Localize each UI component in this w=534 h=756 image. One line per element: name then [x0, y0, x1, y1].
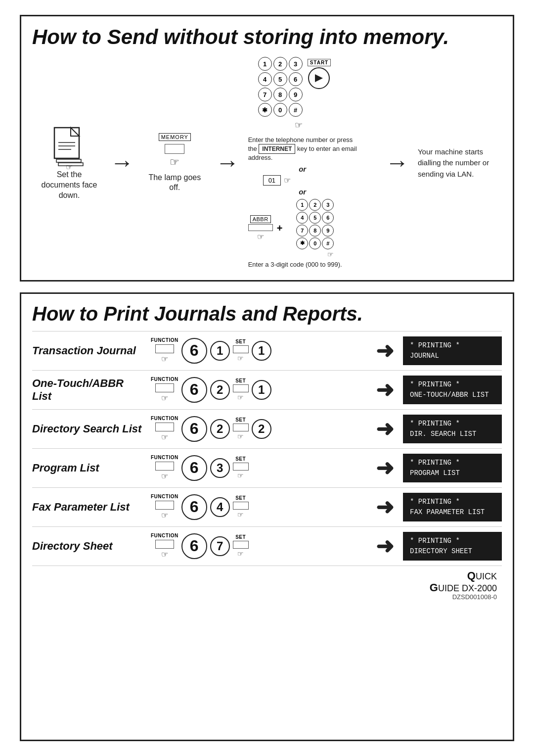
- num-circle-6-0: 6: [181, 338, 207, 364]
- result-box-0: * PRINTING * JOURNAL: [403, 336, 502, 365]
- report-name-1: One-Touch/ABBR List: [32, 377, 146, 403]
- func-col-function-2: FUNCTION ☞: [151, 416, 178, 442]
- key-3: 3: [289, 57, 303, 71]
- function-group-5: FUNCTION ☞ 6 7 SET ☞: [151, 533, 367, 559]
- result-arrow-2: ➜: [376, 416, 394, 441]
- step-set-docs: ☞ Set the documents face down.: [37, 125, 101, 200]
- report-rows: Transaction Journal FUNCTION ☞ 6 1 SET ☞…: [32, 331, 502, 566]
- set-finger-3: ☞: [237, 472, 244, 479]
- internet-key: INTERNET: [259, 144, 295, 154]
- result-box-3: * PRINTING * PROGRAM LIST: [403, 454, 502, 482]
- num-circle-1-0: 1: [210, 341, 230, 361]
- abbr-key-7: 7: [296, 225, 308, 236]
- num-circle-set2-2: 2: [252, 419, 271, 439]
- report-name-3: Program List: [32, 462, 146, 474]
- func-label-3: FUNCTION: [151, 455, 178, 461]
- result-box-2: * PRINTING * DIR. SEARCH LIST: [403, 415, 502, 443]
- set-finger-4: ☞: [237, 511, 244, 519]
- svg-text:☞: ☞: [66, 163, 73, 170]
- abbr-key-3: 3: [322, 199, 334, 211]
- func-finger-0: ☞: [161, 354, 168, 364]
- footer-area: QUICK GUIDE DX-2000 DZSD001008-0: [32, 566, 502, 601]
- func-label-4: FUNCTION: [151, 494, 178, 500]
- set-col-2: SET ☞: [233, 417, 249, 440]
- top-title: How to Send without storing into memory.: [32, 25, 502, 49]
- abbr-key-5: 5: [309, 212, 321, 224]
- result-arrow-1: ➜: [376, 377, 394, 402]
- abbr-instruction: Enter a 3-digit code (000 to 999).: [248, 260, 357, 269]
- function-group-4: FUNCTION ☞ 6 4 SET ☞: [151, 494, 367, 520]
- top-section: How to Send without storing into memory.: [20, 15, 514, 282]
- row-one-touch: One-Touch/ABBR List FUNCTION ☞ 6 2 SET ☞…: [32, 370, 502, 409]
- set-col-0: SET ☞: [233, 339, 249, 362]
- guide-label: GUIDE DX-2000: [430, 581, 497, 594]
- key-star: ✱: [258, 103, 272, 117]
- func-finger-1: ☞: [161, 393, 168, 403]
- func-col-function-3: FUNCTION ☞: [151, 455, 178, 481]
- step-memory-label: The lamp goes off.: [142, 173, 207, 193]
- function-group-3: FUNCTION ☞ 6 3 SET ☞: [151, 455, 367, 481]
- key-5: 5: [273, 72, 287, 86]
- doc-number: DZSD001008-0: [430, 594, 497, 601]
- set-col-1: SET ☞: [233, 378, 249, 401]
- memory-box: MEMORY ☞: [159, 133, 191, 169]
- start-btn: [308, 67, 330, 89]
- set-label-1: SET: [235, 378, 246, 383]
- step-result: Your machine starts dialling the number …: [418, 146, 497, 180]
- set-col-4: SET ☞: [233, 495, 249, 519]
- report-name-0: Transaction Journal: [32, 344, 146, 357]
- start-label-text: START: [308, 59, 331, 66]
- function-group-2: FUNCTION ☞ 6 2 SET ☞ 2: [151, 416, 367, 442]
- step-set-docs-label: Set the documents face down.: [37, 170, 101, 200]
- num-circle-3-3: 3: [210, 458, 230, 478]
- set-finger-0: ☞: [237, 354, 244, 362]
- set-label-2: SET: [235, 417, 246, 423]
- abbr-key-6: 6: [322, 212, 334, 224]
- result-arrow-3: ➜: [376, 455, 394, 480]
- num-circle-6-3: 6: [181, 455, 207, 481]
- func-label-5: FUNCTION: [151, 533, 178, 539]
- svg-rect-7: [56, 159, 81, 162]
- svg-marker-1: [71, 128, 79, 136]
- bottom-title: How to Print Journals and Reports.: [32, 303, 502, 325]
- func-col-function-5: FUNCTION ☞: [151, 533, 178, 559]
- func-col-function-0: FUNCTION ☞: [151, 337, 178, 364]
- key-hash: #: [289, 103, 303, 117]
- key-8: 8: [273, 88, 287, 101]
- result-line2-0: JOURNAL: [410, 351, 495, 361]
- num-circle-2-1: 2: [210, 380, 230, 400]
- row-dir-sheet: Directory Sheet FUNCTION ☞ 6 7 SET ☞: [32, 526, 502, 566]
- result-line2-4: FAX PARAMETER LIST: [410, 507, 495, 518]
- row-fax-param: Fax Parameter List FUNCTION ☞ 6 4 SET ☞: [32, 487, 502, 526]
- arrow-3: →: [385, 151, 409, 175]
- num-circle-6-1: 6: [181, 377, 207, 403]
- set-finger-2: ☞: [237, 432, 244, 440]
- result-line2-2: DIR. SEARCH LIST: [410, 429, 495, 439]
- svg-marker-10: [315, 74, 323, 82]
- abbr-label: ABBR: [250, 215, 271, 223]
- key-7: 7: [258, 88, 272, 101]
- result-line1-0: * PRINTING *: [410, 340, 495, 351]
- num-circle-set1-0: 1: [252, 341, 271, 361]
- memory-finger: ☞: [170, 156, 179, 169]
- set-col-5: SET ☞: [233, 534, 249, 558]
- result-arrow-4: ➜: [376, 494, 394, 520]
- top-diagram: ☞ Set the documents face down. → MEMORY …: [32, 57, 502, 269]
- guide-text: GUIDE DX-2000: [430, 582, 497, 594]
- abbr-key-star: ✱: [296, 237, 308, 249]
- func-label-1: FUNCTION: [151, 377, 178, 382]
- result-arrow-5: ➜: [376, 533, 394, 559]
- func-col-function-1: FUNCTION ☞: [151, 377, 178, 403]
- row-program-list: Program List FUNCTION ☞ 6 3 SET ☞ ➜: [32, 448, 502, 487]
- short-num: 01: [263, 175, 281, 186]
- key-1: 1: [258, 57, 272, 71]
- func-finger-3: ☞: [161, 472, 168, 481]
- num-circle-4-4: 4: [210, 497, 230, 517]
- result-box-1: * PRINTING * ONE-TOUCH/ABBR LIST: [403, 376, 502, 404]
- abbr-key-8: 8: [309, 225, 321, 236]
- key-0: 0: [273, 103, 287, 117]
- set-label-5: SET: [235, 534, 246, 540]
- num-circle-6-5: 6: [181, 533, 207, 559]
- num-circle-6-2: 6: [181, 416, 207, 442]
- func-label-0: FUNCTION: [151, 337, 178, 343]
